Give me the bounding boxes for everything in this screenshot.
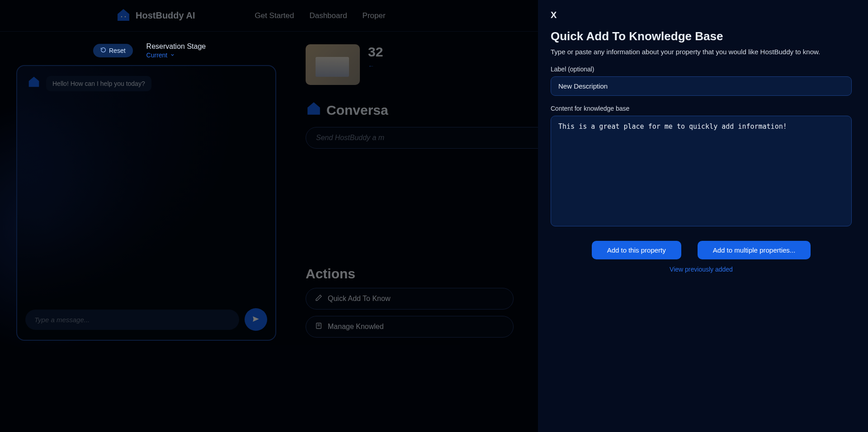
reset-icon	[100, 47, 106, 54]
modal-subtitle: Type or paste any information about your…	[551, 48, 852, 56]
close-button[interactable]: X	[551, 10, 557, 20]
label-input[interactable]	[551, 76, 852, 96]
stage-dropdown[interactable]: Current	[146, 52, 206, 59]
label-field-label: Label (optional)	[551, 66, 852, 73]
quick-add-modal: X Quick Add To Knowledge Base Type or pa…	[538, 0, 868, 432]
modal-title: Quick Add To Knowledge Base	[551, 29, 852, 43]
add-to-multiple-button[interactable]: Add to multiple properties...	[698, 241, 811, 259]
reset-label: Reset	[109, 47, 126, 54]
content-field-label: Content for knowledge base	[551, 105, 852, 112]
view-previously-added-link[interactable]: View previously added	[551, 266, 852, 273]
add-to-this-property-button[interactable]: Add to this property	[592, 241, 681, 259]
reset-button[interactable]: Reset	[93, 44, 133, 57]
stage-value: Current	[146, 52, 168, 59]
chevron-down-icon	[170, 52, 175, 59]
stage-label: Reservation Stage	[146, 42, 206, 51]
content-textarea[interactable]	[551, 116, 852, 226]
